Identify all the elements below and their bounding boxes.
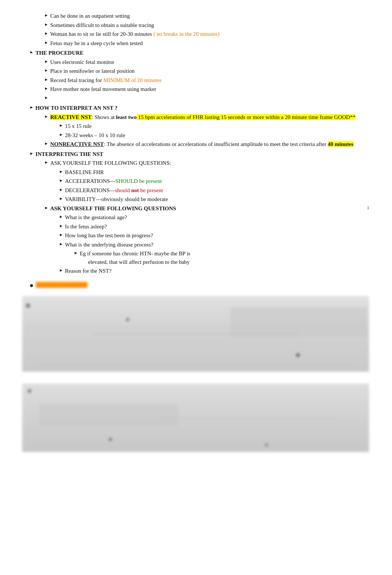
gestational-age-item: ► What is the gestational age? — [22, 213, 369, 222]
disease-process-text: What is the underlying disease process? — [65, 241, 369, 249]
list-item: ► Record fetal tracing for MINIMUM of 20… — [22, 76, 369, 85]
gestational-age-text: What is the gestational age? — [65, 213, 369, 222]
forty-minutes: 40 minutes — [328, 141, 354, 147]
ask2-header-item: ► ASK YOURSELF THE FOLLOWING QUESTIONS: — [22, 204, 369, 213]
list-item: ► Sometimes difficult to obtain a suitab… — [22, 21, 369, 30]
ask-header: ASK YOURSELF THE FOLLOWING QUESTIONS: — [50, 159, 369, 167]
blurred-label-row: ● — [22, 280, 369, 289]
rule-2832-text: 28-32 weeks – 10 x 10 rule — [65, 131, 369, 140]
variability-item: ► VARIBILITY—obviously should be moderat… — [22, 195, 369, 204]
test-duration-text: How long has the test been in progress? — [65, 231, 369, 240]
baseline-text: BASELINE FHR — [65, 168, 369, 177]
list-item: ► Have mother note fetal movement using … — [22, 85, 369, 93]
procedure-header: THE PROCEDURE — [35, 49, 369, 57]
bullet-arrow: ► — [59, 123, 63, 127]
bullet-arrow: ► — [59, 214, 63, 219]
decelerations-item: ► DECELERATIONS—should not be present — [22, 186, 369, 195]
bullet-arrow: ► — [59, 268, 63, 272]
item-text: Fetus may be in a sleep cycle when teste… — [50, 39, 369, 48]
baseline-item: ► BASELINE FHR — [22, 168, 369, 177]
bullet-arrow: ► — [44, 31, 48, 35]
bullet-arrow: ► — [30, 105, 34, 109]
bullet-arrow: ► — [74, 251, 78, 255]
bullet-arrow: ► — [44, 77, 48, 82]
nonreactive-nst-item: ► NONREACTIVE NST: The absence of accele… — [22, 140, 369, 149]
blurred-label — [36, 282, 87, 288]
reactive-nst-item: ► REACTIVE NST: Shows at least two 15 bp… — [22, 113, 369, 122]
how-header: HOW TO INTERPRET AN NST ? — [35, 104, 369, 112]
blurred-chart-2 — [22, 384, 369, 452]
ask2-colon: : — [367, 204, 369, 211]
bullet-arrow: ► — [44, 22, 48, 27]
disease-process-item: ► What is the underlying disease process… — [22, 241, 369, 249]
should-present-text: SHOULD be present — [116, 178, 162, 184]
main-content: ► Can be done in an outpatient setting ►… — [22, 12, 369, 452]
rule-15x15-text: 15 x 15 rule — [65, 122, 369, 130]
least-two: least two — [116, 114, 137, 120]
list-item: ► Woman has to sit or lie still for 20-3… — [22, 30, 369, 38]
bullet-arrow: ► — [59, 169, 63, 174]
list-item: ► Fetus may be in a sleep cycle when tes… — [22, 39, 369, 48]
reactive-colon: : Shows at — [92, 114, 116, 120]
ask2-header: ASK YOURSELF THE FOLLOWING QUESTIONS — [50, 204, 367, 213]
item-text: Place in semifowler or lateral position — [50, 67, 369, 75]
bullet-arrow: ► — [44, 13, 48, 17]
fetus-asleep-text: Is the fetus asleep? — [65, 222, 369, 231]
blurred-chart-1 — [22, 296, 369, 372]
list-item: ► Place in semifowler or lateral positio… — [22, 67, 369, 75]
nonreactive-label: NONREACTIVE NST — [50, 141, 104, 147]
item-text — [50, 94, 369, 103]
reactive-nst-text: REACTIVE NST: Shows at least two 15 bpm … — [50, 113, 369, 122]
list-item-empty: ► — [22, 94, 369, 103]
nonreactive-rest: : The absence of accelerations or accele… — [104, 141, 328, 147]
item-text: Can be done in an outpatient setting — [50, 12, 369, 20]
bullet-arrow: ► — [44, 59, 48, 64]
reason-nst-text: Reason for the NST? — [65, 267, 369, 275]
reactive-label: REACTIVE NST — [50, 114, 92, 120]
bullet-arrow: ► — [59, 178, 63, 183]
reactive-rest: 15 bpm accelerations of FHR lasting 15 s… — [137, 114, 356, 120]
bullet-arrow: ► — [44, 86, 48, 91]
bullet-arrow: ► — [44, 68, 48, 72]
interpreting-header-item: ► INTERPRETING THE NST — [22, 150, 369, 159]
accelerations-item: ► ACCELERATIONS—SHOULD be present — [22, 177, 369, 186]
eg-htn-item: ► Eg if someone has chronic HTN- maybe t… — [22, 249, 369, 266]
item-text: Record fetal tracing for MINIMUM of 20 m… — [50, 76, 369, 85]
decel-text: should not be present — [115, 187, 163, 193]
how-header-item: ► HOW TO INTERPRET AN NST ? — [22, 104, 369, 112]
fetus-asleep-item: ► Is the fetus asleep? — [22, 222, 369, 231]
rule-2832-item: ► 28-32 weeks – 10 x 10 rule — [22, 131, 369, 140]
bullet-arrow: ► — [44, 95, 48, 100]
bullet-dot: ● — [30, 282, 34, 289]
bullet-arrow: ► — [44, 40, 48, 45]
procedure-header-item: ► THE PROCEDURE — [22, 49, 369, 57]
bullet-arrow: ► — [44, 114, 48, 119]
item-text: Woman has to sit or lie still for 20-30 … — [50, 30, 369, 38]
bullet-arrow: ► — [44, 141, 48, 146]
bullet-arrow: ► — [59, 196, 63, 201]
bullet-arrow: ► — [44, 160, 48, 164]
item-text: Uses electronic fetal monitor — [50, 58, 369, 67]
nonreactive-nst-text: NONREACTIVE NST: The absence of accelera… — [50, 140, 369, 149]
orange-text: ( no breaks in the 20 minutes) — [154, 31, 220, 37]
interpreting-header: INTERPRETING THE NST — [35, 150, 369, 159]
item-text: Sometimes difficult to obtain a suitable… — [50, 21, 369, 30]
list-item: ► Can be done in an outpatient setting — [22, 12, 369, 20]
bullet-arrow: ► — [59, 187, 63, 192]
ask-header-item: ► ASK YOURSELF THE FOLLOWING QUESTIONS: — [22, 159, 369, 167]
bullet-arrow: ► — [30, 50, 34, 54]
rule-15x15-item: ► 15 x 15 rule — [22, 122, 369, 130]
bullet-arrow: ► — [59, 224, 63, 228]
not-text: not — [131, 187, 139, 193]
accelerations-text: ACCELERATIONS—SHOULD be present — [65, 177, 369, 186]
bullet-arrow: ► — [59, 132, 63, 137]
test-duration-item: ► How long has the test been in progress… — [22, 231, 369, 240]
reason-nst-item: ► Reason for the NST? — [22, 267, 369, 275]
decelerations-text: DECELERATIONS—should not be present — [65, 186, 369, 195]
orange-text: MINIMUM of 20 minutes — [103, 77, 162, 83]
bullet-arrow: ► — [59, 242, 63, 246]
bullet-arrow: ► — [30, 151, 34, 156]
list-item: ► Uses electronic fetal monitor — [22, 58, 369, 67]
bullet-arrow: ► — [59, 232, 63, 237]
variability-text: VARIBILITY—obviously should be moderate — [65, 195, 369, 204]
